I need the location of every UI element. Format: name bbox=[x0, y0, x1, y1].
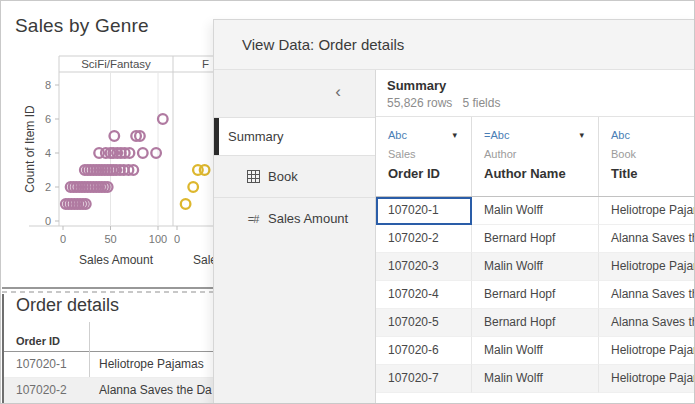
scatter-marks-f[interactable] bbox=[181, 165, 210, 209]
table-cell[interactable]: 107020-6 bbox=[376, 337, 472, 365]
table-row[interactable]: 107020-4Bernard HopfAlanna Saves the Day bbox=[376, 281, 695, 309]
table-cell[interactable]: 107020-2 bbox=[376, 225, 472, 253]
selected-indicator bbox=[214, 118, 219, 155]
column-dropdown-icon[interactable]: ▾ bbox=[579, 130, 584, 140]
field-type-icon: Abc bbox=[388, 129, 471, 141]
table-cell[interactable]: Alanna Saves the Day bbox=[599, 309, 695, 337]
modal-body: ‹ SummaryBook=#Sales Amount Summary 55,8… bbox=[214, 70, 695, 404]
book-title-cell[interactable]: Heliotrope Pajamas bbox=[90, 352, 215, 377]
table-cell[interactable]: Bernard Hopf bbox=[472, 281, 599, 309]
field-source-label: Sales bbox=[388, 148, 471, 160]
modal-titlebar: View Data: Order details bbox=[214, 20, 695, 70]
table-cell[interactable]: Malin Wolff bbox=[472, 365, 599, 393]
table-row[interactable]: 107020-6Malin WolffHeliotrope Pajamas bbox=[376, 337, 695, 365]
table-cell[interactable]: Heliotrope Pajamas bbox=[599, 197, 695, 225]
table-row[interactable]: 107020-2Bernard HopfAlanna Saves the Day bbox=[376, 225, 695, 253]
calculated-number-icon: =# bbox=[246, 212, 260, 226]
view-data-sidebar: ‹ SummaryBook=#Sales Amount bbox=[214, 70, 376, 404]
genre-label-partial: F bbox=[202, 58, 209, 70]
table-row[interactable]: 107020-7Malin WolffHeliotrope Pajamas bbox=[376, 365, 695, 393]
data-point[interactable] bbox=[181, 199, 191, 209]
y-axis-title: Count of Item ID bbox=[23, 105, 37, 193]
order-details-rows: 107020-1Heliotrope Pajamas107020-2Alanna… bbox=[4, 352, 215, 404]
modal-title: View Data: Order details bbox=[242, 36, 404, 53]
summary-subtitle: 55,826 rows5 fields bbox=[387, 96, 695, 110]
data-point[interactable] bbox=[158, 114, 168, 124]
table-cell[interactable]: Malin Wolff bbox=[472, 337, 599, 365]
view-data-modal: View Data: Order details ‹ SummaryBook=#… bbox=[213, 19, 695, 404]
summary-tab-title: Summary bbox=[387, 78, 695, 93]
order-id-cell[interactable]: 107020-2 bbox=[4, 378, 90, 403]
collapse-sidebar-icon[interactable]: ‹ bbox=[335, 82, 341, 102]
column-header-order-id[interactable]: Abc▾SalesOrder ID bbox=[376, 117, 472, 196]
sidebar-item-sales-amount[interactable]: =#Sales Amount bbox=[214, 197, 375, 239]
column-name: Title bbox=[611, 166, 695, 181]
table-cell[interactable]: Bernard Hopf bbox=[472, 309, 599, 337]
column-dropdown-icon[interactable]: ▾ bbox=[452, 130, 457, 140]
svg-text:8: 8 bbox=[45, 79, 51, 91]
sidebar-item-book[interactable]: Book bbox=[214, 155, 375, 197]
column-header-title[interactable]: AbcBookTitle bbox=[599, 117, 695, 196]
divider-dashes bbox=[2, 291, 213, 293]
table-row[interactable]: 107020-3Malin WolffHeliotrope Pajamas bbox=[376, 253, 695, 281]
data-point[interactable] bbox=[151, 148, 161, 158]
svg-text:100: 100 bbox=[149, 233, 167, 245]
column-name: Order ID bbox=[388, 166, 471, 181]
table-cell[interactable]: Alanna Saves the Day bbox=[599, 225, 695, 253]
order-details-header-row: Order ID bbox=[4, 334, 215, 352]
genre-label-scifi-fantasy: SciFi/Fantasy bbox=[81, 58, 151, 70]
svg-text:0: 0 bbox=[60, 233, 66, 245]
table-cell[interactable]: 107020-1 bbox=[376, 197, 472, 225]
summary-header: Summary 55,826 rows5 fields bbox=[376, 70, 695, 117]
svg-text:0: 0 bbox=[45, 215, 51, 227]
field-source-label: Author bbox=[484, 148, 598, 160]
table-cell[interactable]: Bernard Hopf bbox=[472, 225, 599, 253]
table-cell[interactable]: Malin Wolff bbox=[472, 197, 599, 225]
order-details-title: Order details bbox=[16, 295, 119, 316]
svg-text:50: 50 bbox=[104, 233, 116, 245]
sidebar-item-summary[interactable]: Summary bbox=[214, 117, 375, 155]
book-title-cell[interactable]: Alanna Saves the Da bbox=[90, 378, 215, 403]
field-count: 5 fields bbox=[462, 96, 500, 110]
order-id-column-header[interactable]: Order ID bbox=[16, 335, 60, 347]
order-details-sheet: Order details Order ID 107020-1Heliotrop… bbox=[2, 294, 215, 404]
table-cell[interactable]: Heliotrope Pajamas bbox=[599, 253, 695, 281]
table-icon bbox=[246, 170, 260, 184]
field-source-label: Book bbox=[611, 148, 695, 160]
sidebar-item-label: Sales Amount bbox=[268, 211, 348, 226]
table-cell[interactable]: Alanna Saves the Day bbox=[599, 281, 695, 309]
data-point[interactable] bbox=[138, 148, 148, 158]
row-count: 55,826 rows bbox=[387, 96, 452, 110]
table-row[interactable]: 107020-1Malin WolffHeliotrope Pajamas bbox=[376, 197, 695, 225]
x-axis-title: Sales Amount bbox=[79, 253, 154, 267]
sales-by-genre-chart[interactable]: SciFi/FantasyF02468050100Sales Amount0Sa… bbox=[1, 1, 219, 287]
table-cell[interactable]: 107020-7 bbox=[376, 365, 472, 393]
order-id-cell[interactable]: 107020-1 bbox=[4, 352, 90, 377]
data-table-rows: 107020-1Malin WolffHeliotrope Pajamas107… bbox=[376, 197, 695, 393]
order-row[interactable]: 107020-1Heliotrope Pajamas bbox=[4, 352, 215, 378]
table-cell[interactable]: 107020-4 bbox=[376, 281, 472, 309]
tableau-dashboard: Sales by Genre SciFi/FantasyF02468050100… bbox=[0, 0, 695, 404]
scatter-marks-scifi-fantasy[interactable] bbox=[61, 114, 168, 209]
table-cell[interactable]: 107020-5 bbox=[376, 309, 472, 337]
table-row[interactable]: 107020-5Bernard HopfAlanna Saves the Day bbox=[376, 309, 695, 337]
sidebar-collapse-row: ‹ bbox=[214, 70, 375, 117]
sidebar-item-label: Book bbox=[268, 169, 298, 184]
svg-text:2: 2 bbox=[45, 181, 51, 193]
view-data-main: Summary 55,826 rows5 fields Abc▾SalesOrd… bbox=[376, 70, 695, 404]
svg-text:0: 0 bbox=[174, 233, 180, 245]
column-name: Author Name bbox=[484, 166, 598, 181]
field-type-icon: Abc bbox=[611, 129, 695, 141]
table-cell[interactable]: Heliotrope Pajamas bbox=[599, 337, 695, 365]
data-point[interactable] bbox=[200, 165, 210, 175]
table-cell[interactable]: 107020-3 bbox=[376, 253, 472, 281]
svg-text:6: 6 bbox=[45, 113, 51, 125]
svg-text:4: 4 bbox=[45, 147, 51, 159]
data-table-header: Abc▾SalesOrder ID=Abc▾AuthorAuthor NameA… bbox=[376, 117, 695, 197]
data-point[interactable] bbox=[188, 182, 198, 192]
table-cell[interactable]: Malin Wolff bbox=[472, 253, 599, 281]
sidebar-item-label: Summary bbox=[228, 129, 284, 144]
column-header-author-name[interactable]: =Abc▾AuthorAuthor Name bbox=[472, 117, 599, 196]
order-row[interactable]: 107020-2Alanna Saves the Da bbox=[4, 378, 215, 404]
table-cell[interactable]: Heliotrope Pajamas bbox=[599, 365, 695, 393]
